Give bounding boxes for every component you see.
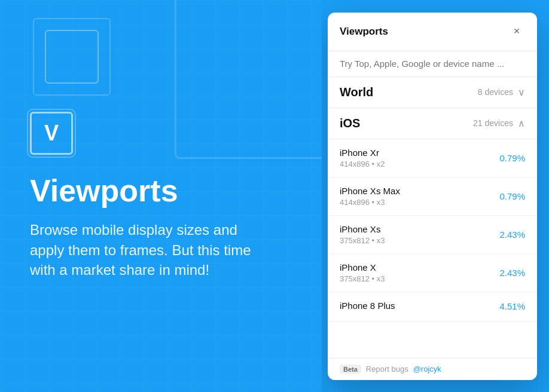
device-list: iPhone Xr414x896 • x20.79%iPhone Xs Max4…: [328, 139, 537, 358]
device-specs: 414x896 • x2: [340, 160, 385, 169]
deco-square-inner: [45, 30, 99, 84]
chevron-down-icon: ∨: [518, 87, 525, 98]
table-row[interactable]: iPhone Xs Max414x896 • x30.79%: [328, 177, 537, 216]
device-name: iPhone Xs: [340, 224, 385, 234]
bottom-bar: Beta Report bugs @rojcyk: [328, 358, 537, 380]
device-share: 4.51%: [499, 301, 525, 311]
search-bar: [328, 51, 537, 77]
device-info: iPhone Xs Max414x896 • x3: [340, 186, 400, 207]
search-input[interactable]: [340, 59, 525, 69]
device-specs: 375x812 • x3: [340, 274, 385, 283]
category-row-world[interactable]: World 8 devices ∨: [328, 77, 537, 108]
close-button[interactable]: ×: [508, 23, 525, 40]
device-info: iPhone Xs375x812 • x3: [340, 224, 385, 245]
logo-letter: V: [44, 121, 59, 146]
table-row[interactable]: iPhone 8 Plus4.51%: [328, 292, 537, 321]
category-meta-ios: 21 devices ∧: [473, 118, 525, 129]
table-row[interactable]: iPhone Xs375x812 • x32.43%: [328, 216, 537, 254]
world-device-count: 8 devices: [478, 87, 513, 97]
chevron-up-icon: ∧: [518, 118, 525, 129]
device-info: iPhone X375x812 • x3: [340, 262, 385, 283]
left-panel: V Viewports Browse mobile display sizes …: [0, 0, 322, 392]
ios-device-count: 21 devices: [473, 118, 513, 128]
table-row[interactable]: iPhone X375x812 • x32.43%: [328, 254, 537, 292]
device-share: 2.43%: [499, 268, 525, 278]
modal: Viewports × World 8 devices ∨ iOS 21 dev…: [328, 13, 537, 380]
device-info: iPhone 8 Plus: [340, 301, 395, 313]
device-name: iPhone 8 Plus: [340, 301, 395, 311]
category-name-world: World: [340, 85, 373, 99]
beta-badge: Beta: [340, 365, 361, 374]
modal-header: Viewports ×: [328, 13, 537, 51]
logo-container: V: [30, 112, 292, 155]
report-text: Report bugs: [366, 365, 408, 373]
device-specs: 375x812 • x3: [340, 236, 385, 245]
right-panel: Viewports × World 8 devices ∨ iOS 21 dev…: [322, 0, 549, 392]
device-name: iPhone Xs Max: [340, 186, 400, 196]
category-row-ios[interactable]: iOS 21 devices ∧: [328, 108, 537, 139]
device-specs: 414x896 • x3: [340, 198, 400, 207]
app-description: Browse mobile display sizes and apply th…: [30, 220, 257, 280]
logo-box: V: [30, 112, 73, 155]
device-info: iPhone Xr414x896 • x2: [340, 148, 385, 169]
device-name: iPhone Xr: [340, 148, 385, 158]
close-icon: ×: [514, 25, 520, 38]
deco-square-outer: [33, 18, 111, 96]
device-share: 0.79%: [499, 153, 525, 163]
report-link[interactable]: @rojcyk: [413, 365, 441, 373]
category-name-ios: iOS: [340, 117, 360, 130]
category-meta-world: 8 devices ∨: [478, 87, 525, 98]
device-name: iPhone X: [340, 262, 385, 272]
device-share: 0.79%: [499, 191, 525, 201]
modal-title: Viewports: [340, 26, 388, 38]
device-share: 2.43%: [499, 229, 525, 240]
table-row[interactable]: iPhone Xr414x896 • x20.79%: [328, 139, 537, 177]
app-title: Viewports: [30, 174, 292, 208]
